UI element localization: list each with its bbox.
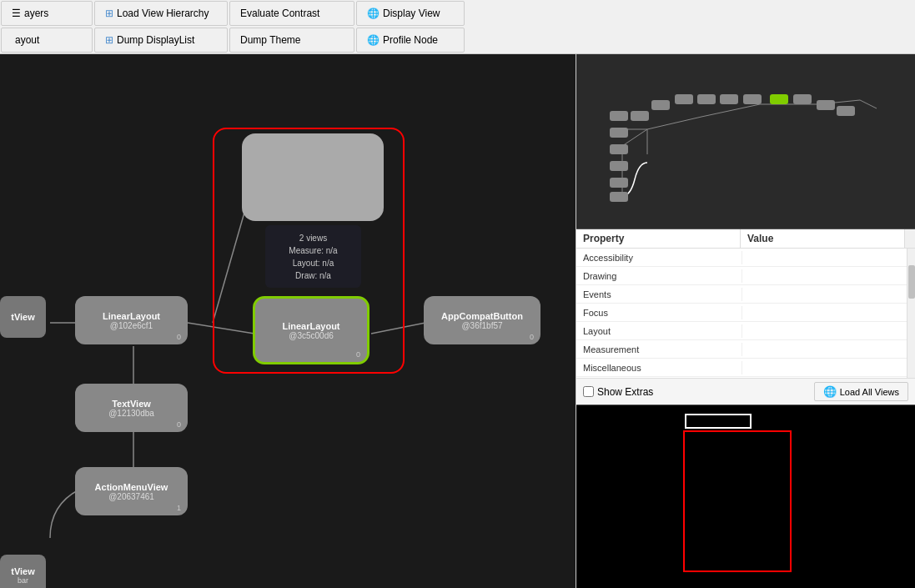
hierarchy-icon: ⊞ [105,8,113,19]
tview-node[interactable]: tView [0,296,46,338]
properties-panel: Property Value Accessibility Drawing Eve… [576,229,915,405]
minimap-node-9 [743,94,762,104]
preview-white-rect [685,414,752,429]
svg-line-10 [860,100,877,108]
svg-line-2 [371,323,425,334]
layers-button[interactable]: ☰ ayers [1,1,93,26]
textview-node[interactable]: TextView @12130dba 0 [75,384,188,432]
minimap-node-13 [610,161,628,171]
tview-bottom-node[interactable]: tView bar [0,555,46,588]
properties-list: Accessibility Drawing Events Focus [576,249,907,378]
dump-displaylist-label: Dump DisplayList [117,34,194,46]
layers-label: ayers [24,8,48,19]
profile-node-button[interactable]: 🌐 Profile Node [356,28,465,53]
minimap-node-5 [651,100,670,110]
minimap-node-10 [793,94,812,104]
minimap-node-3 [610,144,628,154]
load-all-views-label: Load All Views [840,387,899,397]
display-view-button[interactable]: 🌐 Display View [356,1,465,26]
minimap-node-7 [697,94,716,104]
top-parent-node[interactable] [242,133,384,221]
dump-icon: ⊞ [105,34,113,46]
prop-row-miscellaneous[interactable]: Miscellaneous [576,359,907,377]
svg-line-7 [701,104,760,117]
minimap-node-15 [610,192,628,202]
toolbar: ☰ ayers ⊞ Load View Hierarchy Evaluate C… [0,0,915,54]
dump-theme-label: Dump Theme [240,34,300,46]
layout-label: ayout [15,34,39,46]
svg-line-6 [647,117,701,129]
show-extras-checkbox[interactable] [583,386,594,397]
scrollbar-thumb [908,265,915,299]
linearlayout2-node[interactable]: LinearLayout @3c5c00d6 0 [253,296,370,364]
prop-row-events[interactable]: Events [576,285,907,304]
prop-row-focus[interactable]: Focus [576,304,907,322]
dump-theme-button[interactable]: Dump Theme [229,28,354,53]
node-info-text: 2 views Measure: n/a Layout: n/a Draw: n… [289,234,337,280]
preview-red-rect [683,430,792,572]
minimap-node-2 [610,128,628,138]
layout-button[interactable]: ayout [1,28,93,53]
load-all-views-button[interactable]: 🌐 Load All Views [814,382,908,401]
profile-node-label: Profile Node [383,34,438,46]
minimap-node-green [770,94,788,104]
minimap-node-1 [610,111,628,121]
show-extras-text: Show Extras [597,386,653,398]
globe-icon-1: 🌐 [367,8,380,19]
show-extras-label[interactable]: Show Extras [583,386,653,398]
prop-row-measurement[interactable]: Measurement [576,340,907,359]
properties-header: Property Value [576,229,915,249]
actionmenuview-node[interactable]: ActionMenuView @20637461 1 [75,467,188,515]
node-info-popup: 2 views Measure: n/a Layout: n/a Draw: n… [265,225,361,288]
properties-scrollbar[interactable] [907,249,915,378]
layers-icon: ☰ [12,8,21,19]
minimap-node-4 [631,111,649,121]
toolbar-row-1: ☰ ayers ⊞ Load View Hierarchy Evaluate C… [0,0,915,27]
prop-row-accessibility[interactable]: Accessibility [576,249,907,267]
globe-icon-2: 🌐 [367,34,380,46]
load-view-hierarchy-button[interactable]: ⊞ Load View Hierarchy [94,1,228,26]
property-column-header: Property [576,229,741,248]
prop-row-drawing[interactable]: Drawing [576,267,907,285]
prop-row-layout[interactable]: Layout [576,322,907,340]
preview-panel [576,405,915,588]
svg-line-1 [188,323,254,334]
minimap-node-12 [837,106,855,116]
minimap-node-11 [817,100,835,110]
load-view-hierarchy-label: Load View Hierarchy [117,8,209,19]
linearlayout1-node[interactable]: LinearLayout @102e6cf1 0 [75,296,188,344]
minimap-node-6 [675,94,693,104]
right-panel: Property Value Accessibility Drawing Eve… [576,54,915,588]
node-graph[interactable]: 2 views Measure: n/a Layout: n/a Draw: n… [0,54,576,588]
properties-footer: Show Extras 🌐 Load All Views [576,378,915,405]
appcompatbutton-node[interactable]: AppCompatButton @36f1bf57 0 [424,296,540,344]
evaluate-contrast-button[interactable]: Evaluate Contrast [229,1,354,26]
toolbar-row-2: ayout ⊞ Dump DisplayList Dump Theme 🌐 Pr… [0,27,915,53]
globe-icon-3: 🌐 [823,385,837,398]
display-view-label: Display View [383,8,440,19]
minimap-node-8 [720,94,738,104]
minimap-node-14 [610,178,628,188]
evaluate-contrast-label: Evaluate Contrast [240,8,319,19]
dump-displaylist-button[interactable]: ⊞ Dump DisplayList [94,28,228,53]
value-column-header: Value [741,229,905,248]
main-container: 2 views Measure: n/a Layout: n/a Draw: n… [0,54,915,588]
minimap-svg [576,54,915,229]
minimap [576,54,915,229]
